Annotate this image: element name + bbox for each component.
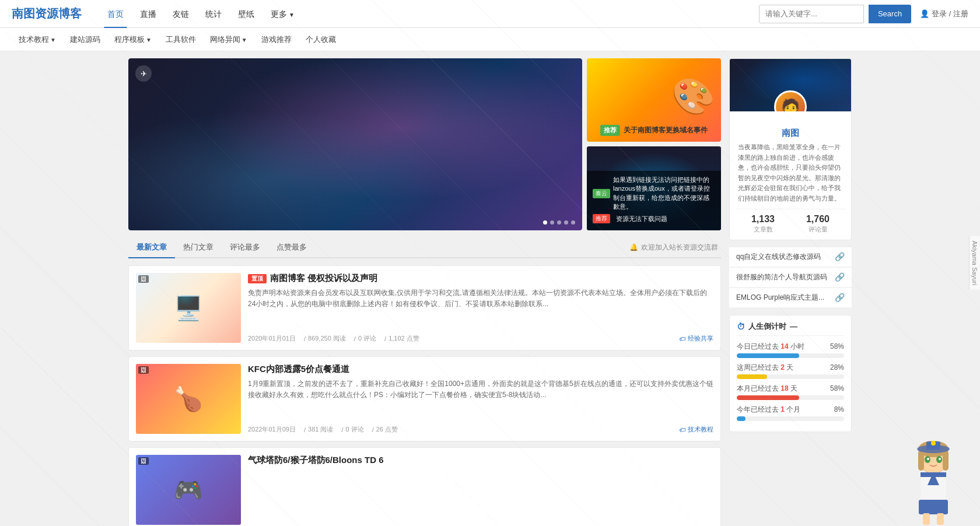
- link-icon-3: 🔗: [835, 293, 845, 302]
- slider-dots: [543, 220, 575, 225]
- sub-nav: 技术教程▼ 建站源码 程序模板▼ 工具软件 网络异闻▼ 游戏推荐 个人收藏: [0, 28, 980, 51]
- svg-point-7: [939, 458, 941, 460]
- dot-1[interactable]: [543, 220, 547, 225]
- chevron-down-icon: ▼: [242, 37, 247, 43]
- top-header: 南图资源博客 首页 直播 友链 统计 壁纸 更多▼ Search 👤 登录 / …: [0, 0, 980, 28]
- article-body-2: KFC内部透露5价点餐通道 1月9重新置顶，之前发的进不去了，重新补充自己收藏好…: [248, 364, 713, 434]
- hero-slider[interactable]: ✈: [128, 58, 582, 230]
- svg-point-6: [927, 458, 929, 460]
- anime-svg: [898, 439, 968, 526]
- author-bg: 🧑: [730, 59, 851, 111]
- article-reads-2: 381 阅读: [308, 425, 333, 434]
- progress-fill-3: [737, 395, 799, 400]
- anime-character: [898, 439, 968, 526]
- stat-articles-label: 文章数: [754, 226, 773, 233]
- image-icon: 🖼: [138, 275, 149, 283]
- subnav-tools[interactable]: 工具软件: [159, 28, 203, 51]
- countdown-item-1: 今日已经过去 14 小时 58%: [737, 342, 844, 358]
- image-icon-3: 🖼: [138, 457, 149, 465]
- banner-bottom[interactable]: 奏云 如果遇到链接无法访问把链接中的lanzous替换成oux，或者请登录控制台…: [587, 146, 721, 230]
- quick-link-1[interactable]: qq自定义在线状态修改源码 🔗: [729, 247, 852, 267]
- article-title-2[interactable]: KFC内部透露5价点餐通道: [248, 364, 349, 375]
- article-title-3[interactable]: 气球塔防6/猴子塔防6/Bloons TD 6: [248, 455, 384, 466]
- svg-point-1: [918, 441, 949, 457]
- subnav-source[interactable]: 建站源码: [63, 28, 107, 51]
- tab-latest[interactable]: 最新文章: [128, 237, 175, 257]
- countdown-row-1: 今日已经过去 14 小时 58%: [737, 342, 844, 352]
- user-icon: 👤: [920, 9, 929, 18]
- nav-more[interactable]: 更多▼: [262, 0, 303, 28]
- nav-friends[interactable]: 友链: [164, 0, 197, 28]
- notice-overlay: 奏云 如果遇到链接无法访问把链接中的lanzous替换成oux，或者请登录控制台…: [587, 171, 721, 230]
- quick-link-3[interactable]: EMLOG Purple响应式主题... 🔗: [729, 288, 852, 308]
- article-title-row-3: 气球塔防6/猴子塔防6/Bloons TD 6: [248, 455, 713, 466]
- countdown-title: 人生倒计时: [748, 321, 786, 332]
- tab-hot[interactable]: 热门文章: [175, 237, 222, 257]
- countdown-label-1: 今日已经过去 14 小时: [737, 342, 804, 352]
- quick-link-2[interactable]: 很舒服的简洁个人导航页源码 🔗: [729, 268, 852, 287]
- search-input[interactable]: [759, 5, 864, 23]
- author-bio: 当夜幕降临，黑暗笼罩全身，在一片漆黑的路上独自前进，也许会感疲惫，也许会感胆怯，…: [736, 142, 845, 204]
- subnav-news[interactable]: 网络异闻▼: [203, 28, 254, 51]
- stat-comments: 1,760 评论量: [790, 214, 845, 234]
- subnav-tech[interactable]: 技术教程▼: [12, 28, 63, 51]
- dot-5[interactable]: [571, 220, 575, 225]
- share-icon[interactable]: ✈: [135, 65, 152, 82]
- countdown-pct-3: 58%: [830, 384, 844, 392]
- countdown-item-3: 本月已经过去 18 天 58%: [737, 384, 844, 400]
- article-meta-2: 2022年01月09日 / 381 阅读 / 0 评论 / 26 点赞 🏷 技术…: [248, 425, 713, 434]
- article-title-1[interactable]: 南图博客 侵权投诉以及声明: [270, 273, 377, 284]
- widget-title: ⏱ 人生倒计时 —: [737, 321, 844, 336]
- article-badge-1: 置顶: [248, 274, 267, 283]
- article-card: 🖼 置顶 南图博客 侵权投诉以及声明 免责声明本站资源来自会员发布以及互联网收集…: [128, 265, 721, 350]
- login-label[interactable]: 登录 / 注册: [932, 9, 968, 19]
- svg-rect-15: [926, 441, 940, 450]
- subnav-games[interactable]: 游戏推荐: [254, 28, 299, 51]
- meta-sep-2c: /: [372, 426, 374, 433]
- countdown-pct-2: 28%: [830, 363, 844, 371]
- tab-likes[interactable]: 点赞最多: [268, 237, 315, 257]
- banner-text: 关于南图博客更换域名事件: [624, 125, 708, 135]
- banner-top[interactable]: 推荐 关于南图博客更换域名事件: [587, 58, 721, 142]
- subnav-template[interactable]: 程序模板▼: [107, 28, 159, 51]
- progress-bg-2: [737, 374, 844, 379]
- side-banners: 推荐 关于南图博客更换域名事件 奏云 如果遇到链接无法访问把链接中的lanzou…: [587, 58, 721, 230]
- stat-comments-label: 评论量: [808, 226, 828, 233]
- search-area: Search: [759, 5, 911, 23]
- notice-badge: 奏云: [593, 189, 610, 198]
- category-label-1: 经验共享: [688, 334, 713, 343]
- article-category-1[interactable]: 🏷 经验共享: [679, 334, 713, 343]
- tab-comments[interactable]: 评论最多: [222, 237, 268, 257]
- main-container: ✈ 推荐 关于南图博客更换域名事件: [123, 58, 858, 526]
- progress-bg-4: [737, 416, 844, 421]
- right-sidebar: 🧑 南图 当夜幕降临，黑暗笼罩全身，在一片漆黑的路上独自前进，也许会感疲惫，也许…: [729, 58, 852, 526]
- link-icon-1: 🔗: [835, 252, 845, 261]
- subnav-personal[interactable]: 个人收藏: [299, 28, 343, 51]
- thumb-image-2: 🖼: [136, 364, 241, 434]
- nav-stats[interactable]: 统计: [197, 0, 230, 28]
- nav-live[interactable]: 直播: [132, 0, 164, 28]
- dot-3[interactable]: [557, 220, 561, 225]
- article-category-2[interactable]: 🏷 技术教程: [679, 425, 713, 434]
- error-badge: 推荐: [593, 214, 610, 223]
- countdown-label-2: 这周已经过去 2 天: [737, 363, 793, 373]
- dot-2[interactable]: [550, 220, 554, 225]
- site-logo[interactable]: 南图资源博客: [12, 6, 82, 22]
- quick-link-text-3: EMLOG Purple响应式主题...: [736, 293, 824, 303]
- tab-ticker: 🔔 欢迎加入站长资源交流群: [629, 237, 721, 257]
- search-button[interactable]: Search: [869, 5, 911, 23]
- svg-marker-9: [928, 472, 939, 485]
- nav-wallpaper[interactable]: 壁纸: [230, 0, 262, 28]
- author-name[interactable]: 南图: [736, 128, 845, 139]
- countdown-widget: ⏱ 人生倒计时 — 今日已经过去 14 小时 58% 这周已经过去 2 天 28…: [729, 315, 852, 432]
- nav-home[interactable]: 首页: [99, 0, 132, 28]
- thumb-image-3: 🖼: [136, 455, 241, 525]
- chevron-down-icon: ▼: [50, 37, 56, 43]
- countdown-label-3: 本月已经过去 18 天: [737, 384, 797, 394]
- hero-slide: ✈: [128, 58, 582, 230]
- login-area[interactable]: 👤 登录 / 注册: [920, 9, 968, 19]
- meta-sep: /: [304, 335, 306, 342]
- dot-4[interactable]: [564, 220, 568, 225]
- article-comments-2: 0 评论: [346, 425, 364, 434]
- thumb-image-1: 🖼: [136, 273, 241, 343]
